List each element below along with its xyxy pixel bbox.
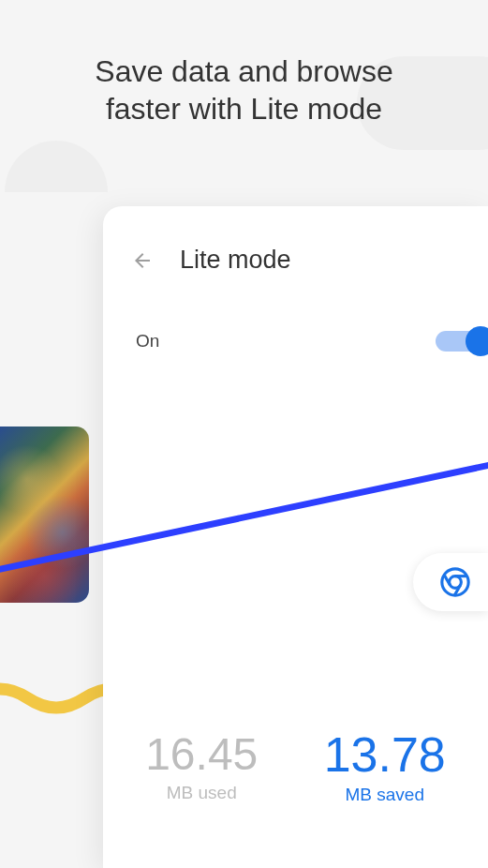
- data-saved-value: 13.78: [324, 730, 446, 779]
- data-used-label: MB used: [145, 783, 258, 803]
- data-used-stat: 16.45 MB used: [145, 732, 258, 803]
- data-saved-stat: 13.78 MB saved: [324, 730, 446, 805]
- lite-mode-toggle-row[interactable]: On: [103, 303, 488, 380]
- page-headline: Save data and browse faster with Lite mo…: [0, 52, 488, 127]
- chrome-icon: [439, 566, 471, 598]
- data-saved-label: MB saved: [324, 785, 446, 805]
- card-title: Lite mode: [180, 246, 291, 275]
- arrow-left-icon: [131, 249, 154, 272]
- decorative-art-image: [0, 427, 89, 603]
- data-stats-section: 16.45 MB used 13.78 MB saved: [103, 666, 488, 868]
- toggle-label: On: [136, 331, 159, 352]
- toggle-thumb: [466, 326, 488, 356]
- cloud-decoration: [5, 141, 108, 192]
- back-button[interactable]: [131, 249, 154, 272]
- toggle-switch[interactable]: [436, 331, 488, 352]
- data-used-value: 16.45: [145, 732, 258, 777]
- chrome-chip[interactable]: [413, 553, 488, 611]
